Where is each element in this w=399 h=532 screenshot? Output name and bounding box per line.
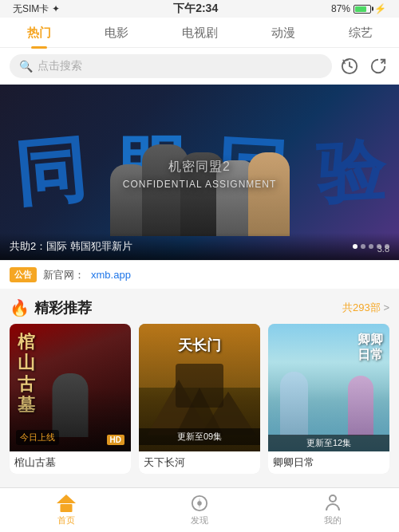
badge-today: 今日上线 bbox=[16, 430, 59, 445]
bottom-tabs: 首页 发现 我的 bbox=[0, 487, 399, 532]
section-header: 🔥 精彩推荐 共293部 > bbox=[0, 289, 399, 324]
time-display: 下午2:34 bbox=[173, 2, 218, 16]
banner-desc: 共助2：国际 韩国犯罪新片 bbox=[10, 239, 132, 254]
banner-bottom: 共助2：国际 韩国犯罪新片 bbox=[0, 233, 399, 260]
movie-title-guanshan: 棺山古墓 bbox=[10, 451, 131, 474]
banner-date: 3.8 bbox=[377, 244, 389, 254]
fire-icon: 🔥 bbox=[10, 298, 30, 317]
tab-tv[interactable]: 电视剧 bbox=[176, 24, 224, 42]
search-actions bbox=[338, 55, 389, 77]
dot-3 bbox=[369, 244, 373, 249]
tab-anime[interactable]: 动漫 bbox=[265, 24, 302, 42]
announcement-text: 新官网： bbox=[43, 268, 85, 282]
refresh-icon[interactable] bbox=[367, 55, 389, 77]
tab-movie[interactable]: 电影 bbox=[98, 24, 135, 42]
badge-hd: HD bbox=[107, 435, 124, 445]
dot-1 bbox=[353, 244, 358, 249]
status-bar: 无SIM卡 ✦ 下午2:34 87% ⚡ bbox=[0, 0, 399, 18]
wifi-icon: ✦ bbox=[52, 3, 60, 14]
announcement-badge: 公告 bbox=[10, 267, 37, 282]
section-title: 🔥 精彩推荐 bbox=[10, 298, 92, 317]
tab-variety[interactable]: 综艺 bbox=[342, 24, 379, 42]
battery-percent: 87% bbox=[331, 3, 350, 14]
bottom-tab-me[interactable]: 我的 bbox=[266, 488, 399, 532]
poster-guanshan: 棺山古墓 今日上线 HD bbox=[10, 324, 131, 451]
charging-icon: ⚡ bbox=[374, 3, 386, 14]
section-count[interactable]: 共293部 > bbox=[342, 301, 389, 315]
search-input-wrap[interactable]: 🔍 点击搜索 bbox=[10, 54, 332, 78]
poster-qingqing-text: 卿卿日常 bbox=[358, 332, 383, 362]
svg-point-3 bbox=[198, 502, 201, 505]
tab-hot[interactable]: 热门 bbox=[21, 24, 57, 42]
movie-title-qingqing: 卿卿日常 bbox=[268, 451, 389, 474]
bottom-tab-home-label: 首页 bbox=[57, 514, 75, 526]
search-icon: 🔍 bbox=[19, 60, 33, 73]
poster-qingqing: 卿卿日常 更新至12集 bbox=[268, 324, 389, 451]
user-icon bbox=[324, 495, 342, 512]
compass-icon bbox=[191, 495, 208, 512]
history-icon[interactable] bbox=[338, 55, 361, 77]
poster-tianxia: 天长门 更新至09集 bbox=[139, 324, 260, 451]
search-bar: 🔍 点击搜索 bbox=[0, 48, 399, 85]
badge-update-tianxia: 更新至09集 bbox=[139, 428, 260, 445]
movie-card-guanshan[interactable]: 棺山古墓 今日上线 HD 棺山古墓 bbox=[10, 324, 131, 474]
dot-2 bbox=[361, 244, 365, 249]
status-left: 无SIM卡 ✦ bbox=[13, 2, 60, 16]
movie-card-tianxia[interactable]: 天长门 更新至09集 天下长河 bbox=[139, 324, 260, 474]
poster-tianxia-text: 天长门 bbox=[178, 336, 221, 355]
announcement-link[interactable]: xmb.app bbox=[91, 269, 131, 281]
badge-update-qingqing: 更新至12集 bbox=[268, 435, 389, 451]
movie-card-qingqing[interactable]: 卿卿日常 更新至12集 卿卿日常 bbox=[268, 324, 389, 474]
bottom-tab-home[interactable]: 首页 bbox=[0, 488, 133, 532]
home-icon bbox=[57, 495, 75, 512]
bottom-tab-discover[interactable]: 发现 bbox=[133, 488, 267, 532]
announcement-bar: 公告 新官网： xmb.app bbox=[0, 260, 399, 289]
section-title-text: 精彩推荐 bbox=[34, 298, 92, 317]
status-right: 87% ⚡ bbox=[331, 3, 386, 14]
bottom-tab-discover-label: 发现 bbox=[191, 514, 208, 526]
banner[interactable]: 同 盟 回 验 机密同盟2 CONFIDENTIAL ASSIGNMENT 共助… bbox=[0, 85, 399, 260]
carrier-text: 无SIM卡 bbox=[13, 2, 49, 16]
movie-grid: 棺山古墓 今日上线 HD 棺山古墓 天长门 bbox=[0, 324, 399, 483]
main-content: 无SIM卡 ✦ 下午2:34 87% ⚡ 热门 电影 电视剧 动漫 综艺 🔍 点… bbox=[0, 0, 399, 528]
movie-title-tianxia: 天下长河 bbox=[139, 451, 260, 474]
battery-icon bbox=[354, 5, 371, 14]
search-placeholder: 点击搜索 bbox=[38, 59, 82, 73]
banner-title: 机密同盟2 CONFIDENTIAL ASSIGNMENT bbox=[123, 156, 277, 190]
bottom-tab-me-label: 我的 bbox=[324, 514, 342, 526]
nav-tabs: 热门 电影 电视剧 动漫 综艺 bbox=[0, 18, 399, 48]
